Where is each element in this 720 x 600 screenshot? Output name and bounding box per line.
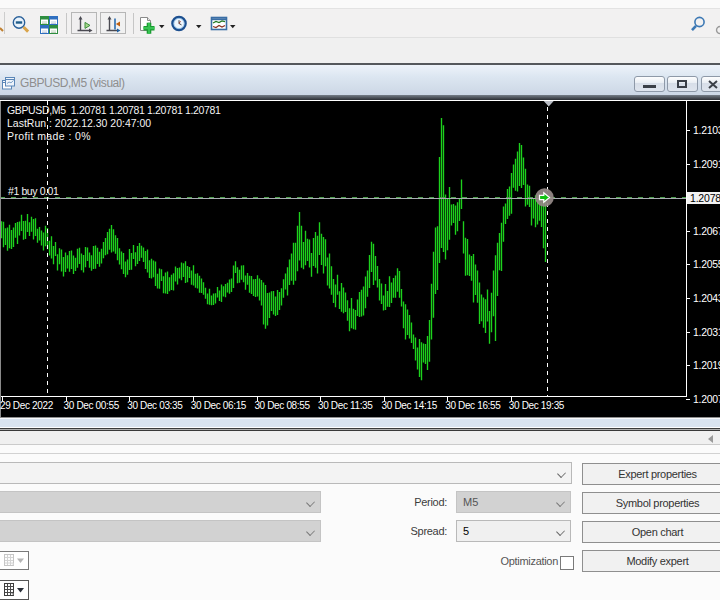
svg-text:1.2103: 1.2103 [693,124,720,136]
svg-text:1.2091: 1.2091 [693,158,720,170]
svg-text:1.2067: 1.2067 [693,225,720,237]
svg-text:30 Dec 08:55: 30 Dec 08:55 [254,400,310,411]
svg-text:#1 buy 0.01: #1 buy 0.01 [8,185,59,197]
svg-text:1.2019: 1.2019 [693,359,720,371]
svg-text:30 Dec 06:15: 30 Dec 06:15 [191,400,247,411]
svg-text:GBPUSD,M5 1.20781 1.20781 1.2: GBPUSD,M5 1.20781 1.20781 1.20781 1.2078… [7,104,221,116]
svg-text:29 Dec 2022: 29 Dec 2022 [0,400,54,411]
svg-text:1.2007: 1.2007 [693,393,720,405]
svg-text:1.2043: 1.2043 [693,292,720,304]
svg-text:30 Dec 03:35: 30 Dec 03:35 [127,400,183,411]
svg-text:30 Dec 19:35: 30 Dec 19:35 [509,400,565,411]
svg-text:Profit made : 0%: Profit made : 0% [7,130,91,142]
svg-text:1.2055: 1.2055 [693,258,720,270]
svg-text:30 Dec 11:35: 30 Dec 11:35 [318,400,373,411]
svg-text:30 Dec 14:15: 30 Dec 14:15 [382,400,438,411]
svg-text:1.20781: 1.20781 [690,192,720,204]
svg-text:30 Dec 16:55: 30 Dec 16:55 [445,400,501,411]
svg-text:30 Dec 00:55: 30 Dec 00:55 [64,400,120,411]
svg-text:LastRun : 2022.12.30 20:47:00: LastRun : 2022.12.30 20:47:00 [7,117,151,129]
svg-text:1.2031: 1.2031 [693,326,720,338]
